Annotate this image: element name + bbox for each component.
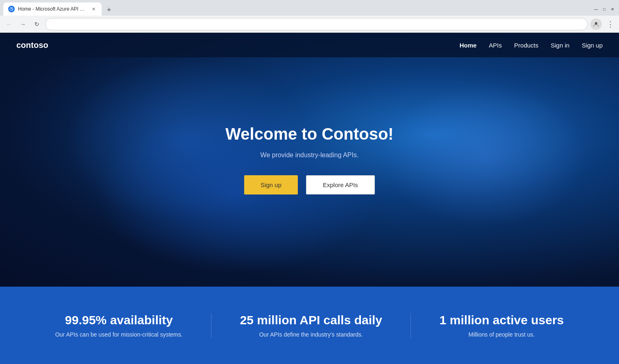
site-nav: contoso Home APIs Products Sign in Sign … (0, 33, 619, 57)
stat-api-calls-desc: Our APIs define the industry's standards… (240, 331, 382, 338)
signup-button[interactable]: Sign up (244, 175, 298, 194)
stat-divider-1 (211, 313, 211, 338)
hero-content: Welcome to Contoso! We provide industry-… (225, 125, 393, 194)
stat-active-users: 1 million active users Millions of peopl… (440, 313, 564, 338)
website: contoso Home APIs Products Sign in Sign … (0, 33, 619, 364)
tab-favicon (8, 6, 15, 12)
new-tab-button[interactable]: + (103, 4, 115, 16)
address-bar[interactable] (45, 18, 588, 30)
window-controls: — □ ✕ (593, 6, 616, 12)
tab-close-button[interactable]: ✕ (90, 6, 97, 12)
more-button[interactable]: ⋮ (604, 18, 616, 30)
explore-apis-button[interactable]: Explore APIs (306, 175, 375, 194)
forward-button[interactable]: → (17, 18, 29, 30)
nav-products[interactable]: Products (514, 42, 538, 49)
title-bar: Home - Microsoft Azure API Mar... ✕ + — … (0, 0, 619, 16)
tab-title: Home - Microsoft Azure API Mar... (18, 6, 87, 12)
stat-active-users-desc: Millions of people trust us. (440, 331, 564, 338)
nav-apis[interactable]: APIs (489, 42, 502, 49)
stat-api-calls: 25 million API calls daily Our APIs defi… (240, 313, 382, 338)
reload-button[interactable]: ↻ (31, 18, 43, 30)
nav-home[interactable]: Home (460, 42, 477, 49)
active-tab[interactable]: Home - Microsoft Azure API Mar... ✕ (3, 2, 102, 16)
svg-point-1 (595, 22, 597, 25)
minimize-button[interactable]: — (593, 6, 599, 12)
nav-links: Home APIs Products Sign in Sign up (460, 42, 603, 49)
hero-buttons: Sign up Explore APIs (225, 175, 393, 194)
nav-signin[interactable]: Sign in (551, 42, 569, 49)
address-bar-row: ← → ↻ ⋮ (0, 16, 619, 33)
stat-active-users-number: 1 million active users (440, 313, 564, 327)
hero-title: Welcome to Contoso! (225, 125, 393, 143)
profile-button[interactable] (590, 18, 602, 30)
stats-section: 99.95% availability Our APIs can be used… (0, 287, 619, 364)
stat-availability-desc: Our APIs can be used for mission-critica… (55, 331, 183, 338)
hero-section: Welcome to Contoso! We provide industry-… (0, 33, 619, 287)
hero-subtitle: We provide industry-leading APIs. (225, 151, 393, 159)
close-button[interactable]: ✕ (609, 6, 616, 12)
maximize-button[interactable]: □ (601, 6, 608, 12)
tab-bar: Home - Microsoft Azure API Mar... ✕ + (3, 2, 115, 16)
stat-availability-number: 99.95% availability (55, 313, 183, 327)
back-button[interactable]: ← (3, 18, 15, 30)
stat-divider-2 (410, 313, 411, 338)
site-logo: contoso (16, 41, 48, 50)
stat-api-calls-number: 25 million API calls daily (240, 313, 382, 327)
browser-chrome: Home - Microsoft Azure API Mar... ✕ + — … (0, 0, 619, 33)
nav-signup[interactable]: Sign up (582, 42, 603, 49)
stat-availability: 99.95% availability Our APIs can be used… (55, 313, 183, 338)
